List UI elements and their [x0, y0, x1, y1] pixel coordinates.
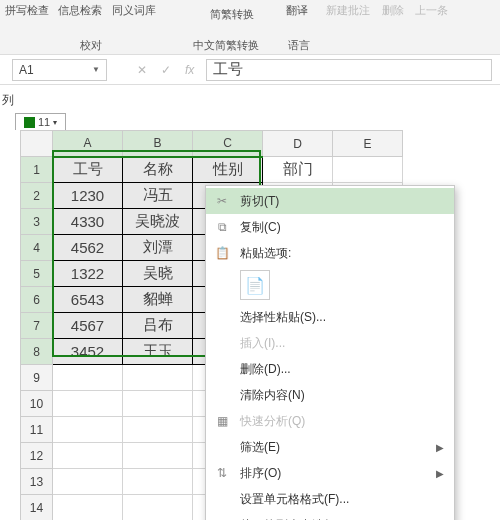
cell[interactable]: 名称 [123, 157, 193, 183]
cell[interactable] [53, 391, 123, 417]
menu-paste-special[interactable]: 选择性粘贴(S)... [206, 304, 454, 330]
cell[interactable]: 部门 [263, 157, 333, 183]
tab-label: 11 [38, 116, 50, 128]
cell[interactable] [123, 469, 193, 495]
cell[interactable]: 王玉 [123, 339, 193, 365]
ribbon-信息检索[interactable]: 信息检索 [58, 3, 102, 18]
row-header-13[interactable]: 13 [21, 469, 53, 495]
cell[interactable] [123, 443, 193, 469]
menu-quick-analysis[interactable]: ▦ 快速分析(Q) [206, 408, 454, 434]
chevron-down-icon: ▼ [92, 65, 100, 74]
workbook-tab[interactable]: 11 ▾ [15, 113, 66, 130]
menu-delete[interactable]: 删除(D)... [206, 356, 454, 382]
cell[interactable] [53, 495, 123, 521]
menu-copy[interactable]: ⧉ 复制(C) [206, 214, 454, 240]
row-header-9[interactable]: 9 [21, 365, 53, 391]
row-header-1[interactable]: 1 [21, 157, 53, 183]
col-header-A[interactable]: A [53, 131, 123, 157]
cell[interactable]: 刘潭 [123, 235, 193, 261]
ribbon-校对[interactable]: 校对 [80, 38, 102, 53]
cell[interactable]: 冯五 [123, 183, 193, 209]
menu-format-cells[interactable]: 设置单元格格式(F)... [206, 486, 454, 512]
row-header-4[interactable]: 4 [21, 235, 53, 261]
cell[interactable]: 吴晓 [123, 261, 193, 287]
cell[interactable]: 4567 [53, 313, 123, 339]
cell[interactable] [53, 443, 123, 469]
cell[interactable]: 貂蝉 [123, 287, 193, 313]
cell[interactable] [53, 469, 123, 495]
enter-icon: ✓ [161, 63, 171, 77]
side-label: 列 [2, 92, 14, 109]
row-header-12[interactable]: 12 [21, 443, 53, 469]
name-box-value: A1 [19, 63, 34, 77]
cell[interactable]: 3452 [53, 339, 123, 365]
cell[interactable] [333, 157, 403, 183]
scissors-icon: ✂ [214, 194, 230, 208]
col-header-D[interactable]: D [263, 131, 333, 157]
ribbon-中文简繁转换[interactable]: 中文简繁转换 [193, 38, 259, 53]
formula-value: 工号 [213, 60, 243, 79]
cell[interactable] [123, 495, 193, 521]
cell[interactable]: 吴晓波 [123, 209, 193, 235]
row-header-10[interactable]: 10 [21, 391, 53, 417]
cell[interactable]: 性别 [193, 157, 263, 183]
col-header-B[interactable]: B [123, 131, 193, 157]
name-box[interactable]: A1 ▼ [12, 59, 107, 81]
chevron-right-icon: ▶ [436, 468, 444, 479]
paste-default-button[interactable]: 📄 [240, 270, 270, 300]
cell[interactable] [123, 365, 193, 391]
row-header-11[interactable]: 11 [21, 417, 53, 443]
cell[interactable]: 吕布 [123, 313, 193, 339]
row-header-5[interactable]: 5 [21, 261, 53, 287]
cell[interactable]: 4562 [53, 235, 123, 261]
col-header-E[interactable]: E [333, 131, 403, 157]
menu-insert[interactable]: 插入(I)... [206, 330, 454, 356]
ribbon-拼写检查[interactable]: 拼写检查 [5, 3, 49, 18]
row-header-6[interactable]: 6 [21, 287, 53, 313]
ribbon-简繁转换[interactable]: 简繁转换 [210, 7, 254, 22]
cell[interactable]: 1230 [53, 183, 123, 209]
ribbon-同义词库[interactable]: 同义词库 [112, 3, 156, 18]
fx-icon: fx [185, 63, 194, 77]
cell[interactable] [53, 365, 123, 391]
context-menu: ✂ 剪切(T) ⧉ 复制(C) 📋 粘贴选项: 📄 选择性粘贴(S)... 插入… [205, 185, 455, 520]
excel-icon [24, 117, 35, 128]
menu-filter[interactable]: 筛选(E) ▶ [206, 434, 454, 460]
cell[interactable]: 6543 [53, 287, 123, 313]
row-header-7[interactable]: 7 [21, 313, 53, 339]
ribbon-语言[interactable]: 语言 [288, 38, 310, 53]
menu-clear[interactable]: 清除内容(N) [206, 382, 454, 408]
ribbon-新建批注[interactable]: 新建批注 [326, 3, 370, 18]
ribbon-上一条[interactable]: 上一条 [415, 3, 448, 18]
menu-pick-from-list[interactable]: 从下拉列表中选择(K)... [206, 512, 454, 520]
formula-bar[interactable]: 工号 [206, 59, 492, 81]
row-header-8[interactable]: 8 [21, 339, 53, 365]
row-header-14[interactable]: 14 [21, 495, 53, 521]
cancel-icon: ✕ [137, 63, 147, 77]
cell[interactable]: 工号 [53, 157, 123, 183]
menu-sort[interactable]: ⇅ 排序(O) ▶ [206, 460, 454, 486]
cell[interactable] [123, 417, 193, 443]
cell[interactable] [123, 391, 193, 417]
col-header-C[interactable]: C [193, 131, 263, 157]
clipboard-icon: 📋 [214, 246, 230, 260]
analysis-icon: ▦ [214, 414, 230, 428]
row-header-2[interactable]: 2 [21, 183, 53, 209]
copy-icon: ⧉ [214, 220, 230, 234]
cell[interactable] [53, 417, 123, 443]
tab-menu-icon: ▾ [53, 118, 57, 127]
chevron-right-icon: ▶ [436, 442, 444, 453]
sort-icon: ⇅ [214, 466, 230, 480]
cell[interactable]: 1322 [53, 261, 123, 287]
ribbon-删除[interactable]: 删除 [382, 3, 404, 18]
cell[interactable]: 4330 [53, 209, 123, 235]
row-header-3[interactable]: 3 [21, 209, 53, 235]
ribbon-翻译[interactable]: 翻译 [286, 3, 308, 18]
menu-cut[interactable]: ✂ 剪切(T) [206, 188, 454, 214]
menu-paste-options-header: 📋 粘贴选项: [206, 240, 454, 266]
